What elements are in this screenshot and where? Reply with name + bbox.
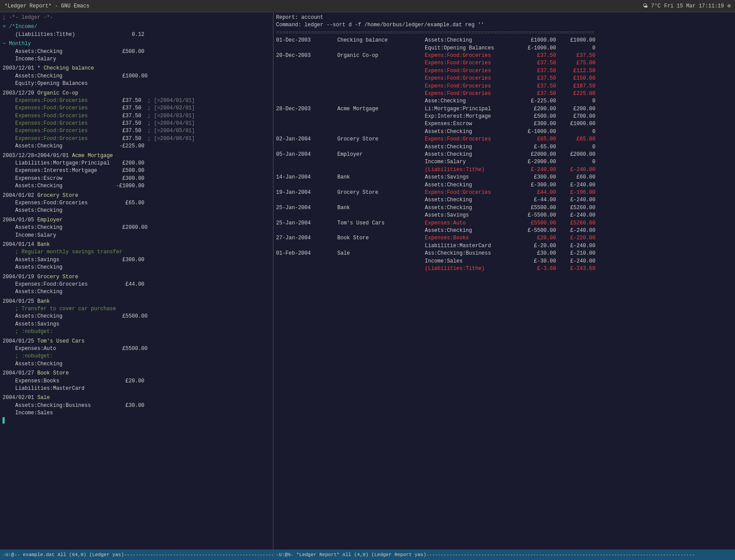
report-row-9: 28-Dec-2003 Acme Mortgage Li:Mortgage:Pr… <box>276 105 732 113</box>
txn-entry-7b: Assets:Checking <box>3 288 270 296</box>
monthly-income: Income:Salary <box>3 56 270 63</box>
left-pane[interactable]: ; -*- ledger -*- = /*Income/ (Liabilitie… <box>0 12 273 550</box>
txn-date-6: 2004/01/14 Bank <box>3 241 270 248</box>
report-row-3: Expens:Food:Groceries £37.50 £75.00 <box>276 60 732 67</box>
txn-tag-8: ; :nobudget: <box>3 328 270 336</box>
report-row-13: 02-Jan-2004 Grocery Store Expens:Food:Gr… <box>276 136 732 143</box>
txn-entry-6b: Assets:Checking <box>3 264 270 271</box>
txn-entry-7a: Expenses:Food:Groceries £44.00 <box>3 281 270 288</box>
titlebar: *Ledger Report* - GNU Emacs 🌤 7°C Fri 15… <box>0 0 735 12</box>
txn-date-8: 2004/01/25 Bank <box>3 298 270 305</box>
txn-date-10: 2004/01/27 Book Store <box>3 370 270 377</box>
report-row-6: Expens:Food:Groceries £37.50 £187.50 <box>276 83 732 90</box>
txn-entry-1b: Equity:Opening Balances <box>3 80 270 88</box>
txn-entry-3c: Expenses:Escrow £300.00 <box>3 175 270 182</box>
txn-entry-8a: Assets:Checking £5500.00 <box>3 313 270 320</box>
report-row-10: Exp:Interest:Mortgage £500.00 £700.00 <box>276 113 732 120</box>
liabilities-tithe-line: (Liabilities:Tithe) 0.12 <box>3 31 270 38</box>
txn-date-2: 2003/12/20 Organic Co-op <box>3 90 270 97</box>
titlebar-title: *Ledger Report* - GNU Emacs <box>4 3 89 9</box>
statusbar-left-text: -U:@-- example.dat All (64,0) (Ledger ya… <box>3 552 273 557</box>
txn-entry-1a: Assets:Checking £1000.00 <box>3 73 270 80</box>
report-row-19: Assets:Checking £-300.00 £-240.00 <box>276 182 732 189</box>
txn-entry-11b: Income:Sales <box>3 410 270 417</box>
monthly-header: ~ Monthly <box>3 40 270 48</box>
time-display: Fri 15 Mar 17:11:19 <box>664 3 724 9</box>
txn-comment-8: ; Transfer to cover car purchase <box>3 305 270 313</box>
comment-line: ; -*- ledger -*- <box>3 14 270 21</box>
statusbar: -U:@-- example.dat All (64,0) (Ledger ya… <box>0 550 735 560</box>
txn-entry-5a: Assets:Checking £2000.00 <box>3 224 270 231</box>
txn-date-7: 2004/01/19 Grocery Store <box>3 273 270 281</box>
settings-icon[interactable]: ⚙ <box>728 3 731 9</box>
weather-widget: 🌤 7°C <box>643 3 661 9</box>
txn-entry-10a: Expenses:Books £20.00 <box>3 378 270 385</box>
report-row-17: (Liabilities:Tithe) £-240.00 £-240.00 <box>276 166 732 174</box>
statusbar-left: -U:@-- example.dat All (64,0) (Ledger ya… <box>0 552 273 557</box>
statusbar-right-text: -U:@%- *Ledger Report* All (4,0) (Ledger… <box>276 552 695 557</box>
cursor-line: ▋ <box>3 417 270 425</box>
report-row-18: 14-Jan-2004 Bank Assets:Savings £300.00 … <box>276 174 732 181</box>
monthly-assets: Assets:Checking £500.00 <box>3 48 270 56</box>
txn-date-11: 2004/02/01 Sale <box>3 394 270 402</box>
txn-entry-9a: Expenses:Auto £5500.00 <box>3 345 270 353</box>
txn-entry-4b: Assets:Checking <box>3 207 270 214</box>
report-row-26: 27-Jan-2004 Book Store Expenses:Books £2… <box>276 234 732 242</box>
txn-entry-10b: Liabilities:MasterCard <box>3 385 270 392</box>
txn-entry-3b: Expenses:Interest:Mortgage £500.00 <box>3 167 270 175</box>
report-row-24: 25-Jan-2004 Tom's Used Cars Expenses:Aut… <box>276 220 732 227</box>
report-row-23: Assets:Savings £-5500.00 £-240.00 <box>276 212 732 219</box>
txn-tag-9: ; :nobudget: <box>3 353 270 360</box>
txn-entry-2d: Expenses:Food:Groceries £37.50 ; [=2004/… <box>3 120 270 127</box>
report-row-7: Expens:Food:Groceries £37.50 £225.00 <box>276 90 732 98</box>
report-row-25: Assets:Checking £-5500.00 £-240.00 <box>276 227 732 234</box>
txn-date-9: 2004/01/25 Tom's Used Cars <box>3 338 270 345</box>
report-row-1: Equit:Opening Balances £-1000.00 0 <box>276 45 732 52</box>
txn-date-3: 2003/12/28=2004/01/01 Acme Mortgage <box>3 152 270 160</box>
report-row-2: 20-Dec-2003 Organic Co-op Expens:Food:Gr… <box>276 52 732 60</box>
report-row-27: Liabilitie:MasterCard £-20.00 £-240.00 <box>276 242 732 250</box>
txn-entry-5b: Income:Salary <box>3 232 270 239</box>
txn-date-5: 2004/01/05 Employer <box>3 217 270 224</box>
report-row-16: Income:Salary £-2000.00 0 <box>276 158 732 166</box>
txn-entry-2c: Expenses:Food:Groceries £37.50 ; [=2004/… <box>3 112 270 120</box>
report-row-29: Income:Sales £-30.00 £-240.00 <box>276 258 732 265</box>
txn-entry-6a: Assets:Savings £300.00 <box>3 256 270 264</box>
txn-entry-4a: Expenses:Food:Groceries £65.00 <box>3 200 270 207</box>
separator: ========================================… <box>276 29 732 37</box>
report-row-11: Expenses:Escrow £300.00 £1000.00 <box>276 120 732 128</box>
report-row-5: Expens:Food:Groceries £37.50 £150.00 <box>276 75 732 82</box>
report-row-22: 25-Jan-2004 Bank Assets:Checking £5500.0… <box>276 204 732 212</box>
income-header: = /*Income/ <box>3 23 270 31</box>
txn-entry-3d: Assets:Checking -£1000.00 <box>3 182 270 190</box>
titlebar-right: 🌤 7°C Fri 15 Mar 17:11:19 ⚙ <box>643 3 731 9</box>
txn-comment-6: ; Regular monthly savings transfer <box>3 248 270 256</box>
right-pane: Report: account Command: ledger --sort d… <box>273 12 735 550</box>
txn-entry-2f: Expenses:Food:Groceries £37.50 ; [=2004/… <box>3 135 270 143</box>
txn-entry-2a: Expenses:Food:Groceries £37.50 ; [=2004/… <box>3 97 270 105</box>
report-row-28: 01-Feb-2004 Sale Ass:Checking:Business £… <box>276 250 732 257</box>
report-row-8: Asse:Checking £-225.00 0 <box>276 98 732 105</box>
report-row-30: (Liabilities:Tithe) £-3.60 £-243.60 <box>276 265 732 273</box>
report-command: Command: ledger --sort d -f /home/borbus… <box>276 21 732 29</box>
txn-date-1: 2003/12/01 * Checking balance <box>3 65 270 72</box>
txn-entry-8b: Assets:Savings <box>3 321 270 328</box>
statusbar-right: -U:@%- *Ledger Report* All (4,0) (Ledger… <box>273 552 735 557</box>
report-row-15: 05-Jan-2004 Employer Assets:Checking £20… <box>276 151 732 158</box>
txn-entry-11a: Assets:Checking:Business £30.00 <box>3 402 270 410</box>
report-row-12: Assets:Checking £-1000.00 0 <box>276 128 732 136</box>
report-row-14: Assets:Checking £-65.00 0 <box>276 144 732 151</box>
txn-entry-2e: Expenses:Food:Groceries £37.50 ; [=2004/… <box>3 127 270 135</box>
txn-entry-3a: Liabilities:Mortgage:Principal £200.00 <box>3 160 270 167</box>
txn-entry-2g: Assets:Checking -£225.00 <box>3 143 270 150</box>
report-row-21: Assets:Checking £-44.00 £-240.00 <box>276 196 732 204</box>
txn-date-4: 2004/01/02 Grocery Store <box>3 192 270 200</box>
report-row-4: Expens:Food:Groceries £37.50 £112.50 <box>276 67 732 75</box>
main-area: ; -*- ledger -*- = /*Income/ (Liabilitie… <box>0 12 735 550</box>
report-row-0: 01-Dec-2003 Checking balanceAssets:Check… <box>276 37 732 44</box>
report-row-20: 19-Jan-2004 Grocery Store Expens:Food:Gr… <box>276 189 732 196</box>
txn-entry-2b: Expenses:Food:Groceries £37.50 ; [=2004/… <box>3 105 270 112</box>
txn-entry-9b: Assets:Checking <box>3 360 270 368</box>
report-header: Report: account <box>276 14 732 21</box>
